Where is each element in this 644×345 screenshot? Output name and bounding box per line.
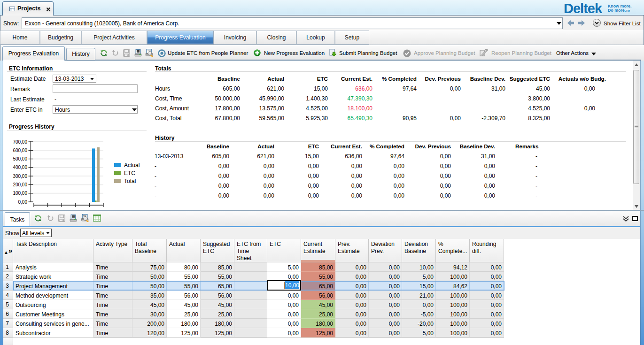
svg-text:600,00: 600,00 [13, 148, 27, 153]
svg-text:700,00: 700,00 [13, 139, 27, 145]
svg-text:300,00: 300,00 [13, 174, 27, 179]
svg-text:500,00: 500,00 [13, 156, 27, 161]
svg-text:100,00: 100,00 [13, 191, 27, 196]
svg-text:200,00: 200,00 [13, 182, 27, 187]
svg-text:400,00: 400,00 [13, 165, 27, 170]
svg-text:0,00: 0,00 [18, 199, 28, 205]
